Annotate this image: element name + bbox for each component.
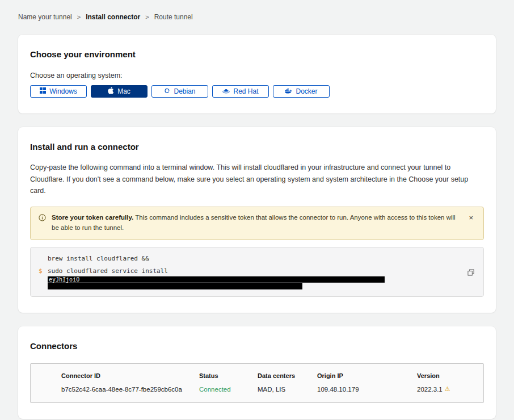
version-cell: 2022.3.1 ⚠	[417, 385, 478, 393]
install-connector-title: Install and run a connector	[30, 142, 484, 152]
apple-icon	[108, 87, 114, 96]
column-header-status: Status	[199, 372, 258, 379]
breadcrumb-separator: >	[145, 14, 149, 20]
copy-command-button[interactable]	[466, 268, 475, 279]
column-header-connector-id: Connector ID	[61, 372, 199, 379]
install-connector-description: Copy-paste the following command into a …	[30, 162, 484, 197]
breadcrumb-step-name-tunnel[interactable]: Name your tunnel	[18, 13, 72, 21]
data-centers-cell: MAD, LIS	[258, 386, 317, 393]
connectors-card: Connectors Connector ID Status Data cent…	[18, 326, 496, 419]
os-button-label: Mac	[117, 87, 130, 95]
os-button-redhat[interactable]: Red Hat	[212, 85, 269, 98]
code-line-2: $ sudo cloudflared service install	[39, 267, 458, 276]
table-header-row: Connector ID Status Data centers Origin …	[61, 372, 478, 379]
install-connector-card: Install and run a connector Copy-paste t…	[18, 127, 496, 313]
environment-card: Choose your environment Choose an operat…	[18, 35, 496, 114]
token-warning-bold: Store your token carefully.	[52, 214, 133, 221]
version-value: 2022.3.1	[417, 386, 443, 393]
column-header-origin-ip: Origin IP	[317, 372, 417, 379]
debian-icon	[164, 87, 170, 95]
os-button-label: Docker	[296, 87, 317, 95]
origin-ip-cell: 109.48.10.179	[317, 386, 417, 393]
redhat-icon	[222, 87, 230, 95]
redacted-token-line-2	[48, 283, 302, 289]
close-warning-button[interactable]: ×	[466, 213, 475, 222]
breadcrumb-step-install-connector[interactable]: Install connector	[86, 13, 140, 21]
code-line-1: brew install cloudflared &&	[39, 255, 458, 263]
token-warning-banner: Store your token carefully. This command…	[30, 207, 484, 240]
os-button-docker[interactable]: Docker	[273, 85, 330, 98]
version-warning-icon: ⚠	[445, 385, 450, 393]
os-button-group: Windows Mac Debian Red Hat Docker	[30, 85, 484, 98]
environment-card-title: Choose your environment	[30, 49, 484, 59]
os-button-mac[interactable]: Mac	[91, 85, 148, 98]
redacted-token-line-1: eyJhIjoiO	[48, 276, 385, 283]
table-row: b7c52c42-6caa-48ee-8c77-fbe259cb6c0a Con…	[61, 385, 478, 393]
os-button-label: Windows	[49, 87, 77, 95]
copy-icon	[467, 269, 474, 278]
column-header-data-centers: Data centers	[258, 372, 317, 379]
info-icon	[39, 214, 46, 225]
token-prefix: eyJhIjoiO	[49, 276, 79, 283]
column-header-version: Version	[417, 372, 478, 379]
breadcrumb: Name your tunnel > Install connector > R…	[18, 0, 496, 21]
install-command-codeblock: brew install cloudflared && $ sudo cloud…	[30, 247, 484, 297]
status-badge: Connected	[199, 386, 258, 393]
breadcrumb-separator: >	[77, 14, 81, 20]
connectors-table: Connector ID Status Data centers Origin …	[30, 363, 484, 403]
token-warning-text: Store your token carefully. This command…	[52, 213, 457, 233]
windows-icon	[40, 87, 46, 95]
os-select-label: Choose an operating system:	[30, 72, 484, 79]
os-button-label: Red Hat	[233, 87, 258, 95]
docker-icon	[285, 87, 292, 95]
os-button-label: Debian	[174, 87, 195, 95]
connector-id-cell: b7c52c42-6caa-48ee-8c77-fbe259cb6c0a	[61, 386, 199, 393]
code-line-1-text: brew install cloudflared &&	[48, 255, 149, 262]
page: Name your tunnel > Install connector > R…	[0, 0, 514, 420]
os-button-windows[interactable]: Windows	[30, 85, 87, 98]
os-button-debian[interactable]: Debian	[151, 85, 208, 98]
breadcrumb-step-route-tunnel[interactable]: Route tunnel	[154, 13, 193, 21]
shell-prompt: $	[39, 267, 43, 276]
code-line-2-text: sudo cloudflared service install	[48, 267, 168, 275]
connectors-title: Connectors	[30, 341, 484, 351]
